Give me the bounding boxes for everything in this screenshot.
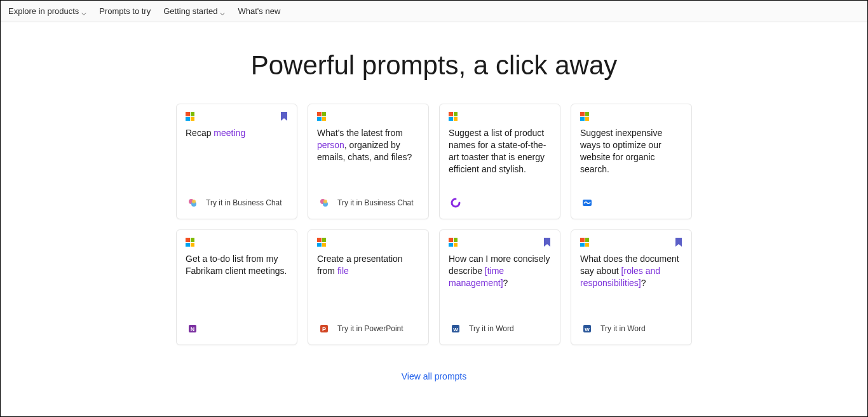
prompt-prefix: Recap	[186, 128, 214, 138]
microsoft-logo-icon	[186, 112, 194, 121]
card-top	[317, 238, 419, 247]
page-title: Powerful prompts, a click away	[1, 50, 867, 81]
prompt-card[interactable]: Suggest inexpensive ways to optimize our…	[571, 104, 692, 219]
bookmark-icon[interactable]	[280, 112, 288, 121]
prompt-text: Suggest inexpensive ways to optimize our…	[580, 127, 682, 196]
prompt-text: Create a presentation from file	[317, 253, 419, 322]
microsoft-logo-icon	[317, 112, 326, 121]
microsoft-logo-icon	[186, 238, 194, 247]
card-top	[186, 238, 288, 247]
prompt-highlight: file	[337, 266, 349, 276]
nav-label: Getting started	[163, 6, 217, 16]
prompt-text: Suggest a list of product names for a st…	[449, 127, 551, 196]
prompt-text: Get a to-do list from my Fabrikam client…	[186, 253, 288, 322]
card-footer: Try it in PowerPoint	[317, 322, 419, 336]
card-top	[449, 112, 551, 121]
card-top	[580, 238, 682, 247]
try-it-in-label: Try it in Business Chat	[206, 198, 282, 207]
card-top	[449, 238, 551, 247]
bookmark-icon[interactable]	[543, 238, 551, 247]
chevron-down-icon	[220, 9, 225, 14]
prompt-grid: Recap meetingTry it in Business ChatWhat…	[176, 104, 692, 345]
microsoft-logo-icon	[449, 238, 458, 247]
prompt-card[interactable]: Suggest a list of product names for a st…	[439, 104, 560, 219]
card-footer: Try it in Word	[580, 322, 682, 336]
microsoft-logo-icon	[580, 238, 589, 247]
prompt-card[interactable]: What's the latest from person, organized…	[308, 104, 429, 219]
bookmark-icon[interactable]	[675, 238, 682, 247]
prompt-card[interactable]: How can I more concisely describe [time …	[439, 229, 560, 345]
prompt-card[interactable]: Create a presentation from fileTry it in…	[308, 229, 429, 345]
prompt-prefix: Create a presentation from	[317, 254, 403, 276]
prompt-prefix: Suggest a list of product names for a st…	[449, 128, 546, 174]
loop-icon	[449, 196, 463, 210]
nav-explore-in-products[interactable]: Explore in products	[8, 6, 86, 16]
prompt-highlight: person	[317, 140, 344, 150]
card-top	[317, 112, 419, 121]
card-footer: Try it in Word	[449, 322, 551, 336]
try-it-in-label: Try it in Business Chat	[337, 198, 414, 207]
card-footer: Try it in Business Chat	[186, 196, 288, 210]
hero: Powerful prompts, a click away	[1, 50, 867, 81]
microsoft-logo-icon	[449, 112, 458, 121]
nav-label: Explore in products	[8, 6, 79, 16]
prompt-suffix: ?	[641, 278, 646, 288]
prompt-card[interactable]: Get a to-do list from my Fabrikam client…	[176, 229, 297, 345]
prompt-card[interactable]: Recap meetingTry it in Business Chat	[176, 104, 297, 219]
prompt-text: What's the latest from person, organized…	[317, 127, 419, 196]
try-it-in-label: Try it in Word	[600, 324, 646, 333]
nav-getting-started[interactable]: Getting started	[163, 6, 225, 16]
prompt-text: What does the document say about [roles …	[580, 253, 682, 322]
prompt-prefix: Suggest inexpensive ways to optimize our…	[580, 128, 662, 174]
try-it-in-label: Try it in PowerPoint	[337, 324, 403, 333]
prompt-text: How can I more concisely describe [time …	[449, 253, 551, 322]
prompt-prefix: What's the latest from	[317, 128, 403, 138]
card-top	[580, 112, 682, 121]
copilot-icon	[186, 196, 200, 210]
view-all-prompts-link[interactable]: View all prompts	[402, 371, 466, 381]
card-footer	[186, 322, 288, 336]
chevron-down-icon	[81, 9, 86, 14]
nav-prompts-to-try[interactable]: Prompts to try	[99, 6, 151, 16]
nav-label: What's new	[238, 6, 280, 16]
prompt-prefix: Get a to-do list from my Fabrikam client…	[186, 254, 287, 276]
prompt-text: Recap meeting	[186, 127, 288, 196]
copilot-icon	[317, 196, 331, 210]
word-icon	[449, 322, 463, 336]
try-it-in-label: Try it in Word	[469, 324, 514, 333]
onenote-icon	[186, 322, 200, 336]
card-footer	[449, 196, 551, 210]
card-footer	[580, 196, 682, 210]
card-top	[186, 112, 288, 121]
prompt-highlight: meeting	[214, 128, 245, 138]
word-icon	[580, 322, 594, 336]
navbar: Explore in products Prompts to try Getti…	[1, 1, 867, 22]
prompt-suffix: ?	[503, 278, 508, 288]
prompt-card[interactable]: What does the document say about [roles …	[571, 229, 692, 345]
nav-whats-new[interactable]: What's new	[238, 6, 280, 16]
whiteboard-icon	[580, 196, 594, 210]
card-footer: Try it in Business Chat	[317, 196, 419, 210]
powerpoint-icon	[317, 322, 331, 336]
microsoft-logo-icon	[317, 238, 326, 247]
microsoft-logo-icon	[580, 112, 589, 121]
nav-label: Prompts to try	[99, 6, 151, 16]
view-all-container: View all prompts	[1, 371, 867, 382]
